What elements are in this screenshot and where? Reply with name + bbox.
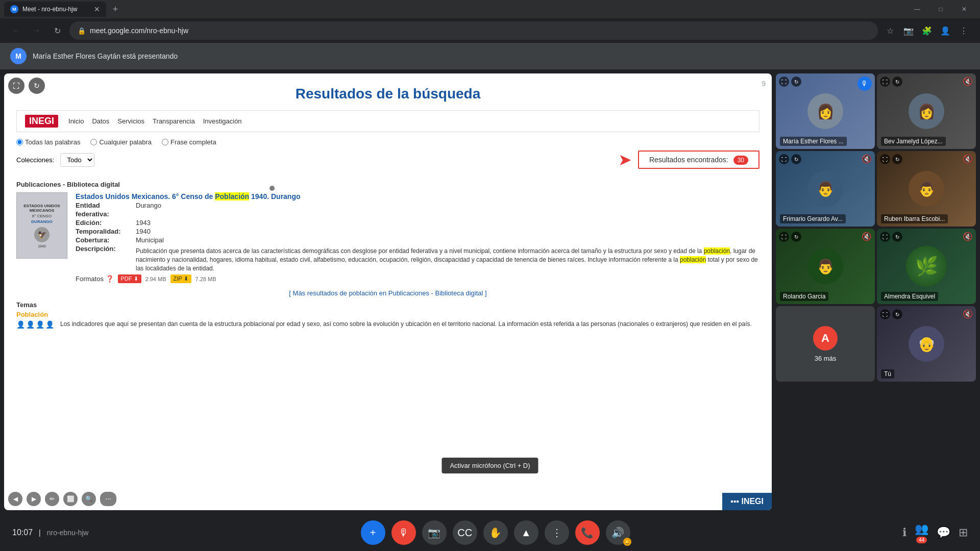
poblacion-link[interactable]: Población xyxy=(16,311,760,318)
participants-button[interactable]: 👥 44 xyxy=(915,522,928,543)
camera-access-icon: 📷 xyxy=(900,22,917,39)
meet-app: M María Esther Flores Gaytán está presen… xyxy=(0,43,980,551)
frimario-refresh-icon[interactable]: ↻ xyxy=(791,154,801,164)
self-expand-icon[interactable]: ⛶ xyxy=(880,309,890,319)
pdf-button[interactable]: PDF ⬇ xyxy=(118,274,141,283)
menu-button[interactable]: ⋮ xyxy=(955,22,972,39)
formats-label: Formatos ❓ xyxy=(76,275,114,283)
radio-todas: Todas las palabras xyxy=(16,138,80,146)
expand-icon[interactable] xyxy=(8,78,24,94)
nav-actions: ☆ 📷 🧩 👤 ⋮ xyxy=(882,22,972,39)
person-icon-4: 👤 xyxy=(45,320,54,329)
participants-badge: 44 xyxy=(916,537,927,543)
bottom-left: 10:07 | nro-ebnu-hjw xyxy=(12,528,88,537)
extensions-button[interactable]: 🧩 xyxy=(919,22,935,39)
camera-button[interactable]: 📷 xyxy=(422,520,447,545)
maximize-button[interactable]: □ xyxy=(929,0,952,18)
info-button[interactable]: ℹ xyxy=(902,526,906,539)
zoom-button[interactable]: 🔍 xyxy=(82,492,96,506)
book-title-link[interactable]: Estados Unidos Mexicanos. 6° Censo de Po… xyxy=(76,192,760,201)
almendra-refresh-icon[interactable]: ↻ xyxy=(892,232,902,242)
reload-button[interactable]: ↻ xyxy=(49,22,65,39)
nav-investigacion: Investigación xyxy=(203,117,242,125)
book-info: Estados Unidos Mexicanos. 6° Censo de Po… xyxy=(76,192,760,283)
slide-prev-button[interactable]: ◀ xyxy=(8,492,22,506)
refresh-icon[interactable]: ↻ xyxy=(29,78,45,94)
separator: | xyxy=(39,529,41,537)
self-muted-icon: 🔇 xyxy=(963,309,973,319)
self-refresh-icon[interactable]: ↻ xyxy=(892,309,902,319)
new-tab-button[interactable]: + xyxy=(108,2,122,16)
people-icons: 👤 👤 👤 👤 xyxy=(16,320,54,329)
active-tab[interactable]: M Meet - nro-ebnu-hjw ✕ xyxy=(4,2,106,17)
tab-title: Meet - nro-ebnu-hjw xyxy=(22,6,77,13)
slide-next-button[interactable]: ▶ xyxy=(27,492,41,506)
time-display: 10:07 xyxy=(12,528,33,537)
esther-tile: ⛶ ↻ 👩 🎙 María Esther Flores ... xyxy=(776,73,875,149)
bev-tile: ⛶ ↻ 👩 🔇 Bev Jamelyd López... xyxy=(877,73,976,149)
captions-button[interactable]: CC xyxy=(453,520,477,545)
nav-transparencia: Transparencia xyxy=(153,117,195,125)
almendra-avatar: 🌿 xyxy=(906,246,947,287)
annotation-button[interactable]: ✏ xyxy=(45,492,59,506)
inegi-footer-logo: ▪▪▪ INEGI xyxy=(730,497,764,506)
chat-button[interactable]: 💬 xyxy=(937,526,950,539)
frimario-tile: ⛶ ↻ 👨 🔇 Frimario Gerardo Av... xyxy=(776,151,875,227)
book-cover: ESTADOS UNIDOS MEXICANOS 6° CENSO DURANG… xyxy=(16,192,67,259)
cobertura-value: Municipal xyxy=(136,236,164,244)
bev-expand-icon[interactable]: ⛶ xyxy=(880,77,890,87)
tile-row-1: ⛶ ↻ 👩 🎙 María Esther Flores ... ⛶ ↻ xyxy=(776,73,976,149)
tab-close-button[interactable]: ✕ xyxy=(94,5,100,13)
results-label: Resultados encontrados: xyxy=(649,156,728,164)
radio-cualquier-label: Cualquier palabra xyxy=(99,138,152,146)
audio-settings-button[interactable]: 🔊 🔔 xyxy=(606,520,630,545)
main-presentation: ↻ 9 Resultados de la búsqueda INEGI Inic… xyxy=(4,73,772,510)
rolando-name: Rolando Garcia xyxy=(780,292,828,301)
frimario-controls-left: ⛶ ↻ xyxy=(779,154,801,164)
raise-hand-button[interactable]: ✋ xyxy=(483,520,508,545)
mic-button[interactable]: 🎙 xyxy=(391,520,416,545)
ruben-refresh-icon[interactable]: ↻ xyxy=(892,154,902,164)
bookmark-button[interactable]: ☆ xyxy=(882,22,898,39)
zip-size: 7.28 MB xyxy=(195,276,216,282)
window-controls: — □ ✕ xyxy=(905,0,976,18)
activities-button[interactable]: ⊞ xyxy=(959,526,968,539)
slide-more-options[interactable]: ⋯ xyxy=(100,492,116,506)
person-icon-3: 👤 xyxy=(36,320,44,329)
bev-refresh-icon[interactable]: ↻ xyxy=(892,77,902,87)
esther-refresh-icon[interactable]: ↻ xyxy=(791,77,801,87)
rolando-refresh-icon[interactable]: ↻ xyxy=(791,232,801,242)
frimario-expand-icon[interactable]: ⛶ xyxy=(779,154,789,164)
esther-expand-icon[interactable]: ⛶ xyxy=(779,77,789,87)
zip-button[interactable]: ZIP ⬇ xyxy=(170,274,191,283)
almendra-tile: ⛶ ↻ 🌿 🔇 Almendra Esquivel xyxy=(877,229,976,304)
themes-title: Temas xyxy=(16,301,760,309)
slide-number: 9 xyxy=(762,80,766,88)
nav-bar: ← → ↻ 🔒 meet.google.com/nro-ebnu-hjw ☆ 📷… xyxy=(0,18,980,43)
poblacion-description: Los indicadores que aquí se presentan da… xyxy=(60,320,752,329)
more-results-link[interactable]: [ Más resultados de población en Publica… xyxy=(16,289,760,297)
add-button[interactable]: + xyxy=(361,520,385,545)
colecciones-row: Colecciones: Todo xyxy=(16,153,94,167)
back-button[interactable]: ← xyxy=(8,22,24,39)
present-button[interactable]: ▲ xyxy=(514,520,538,545)
close-button[interactable]: ✕ xyxy=(952,0,976,18)
rolando-expand-icon[interactable]: ⛶ xyxy=(779,232,789,242)
tab-bar: M Meet - nro-ebnu-hjw ✕ + — □ ✕ xyxy=(0,0,980,18)
end-call-button[interactable]: 📞 xyxy=(575,520,600,545)
colecciones-select[interactable]: Todo xyxy=(60,153,94,167)
profile-button[interactable]: 👤 xyxy=(937,22,953,39)
descripcion-label: Descripción: xyxy=(76,245,132,253)
forward-button[interactable]: → xyxy=(29,22,45,39)
radio-todas-label: Todas las palabras xyxy=(25,138,80,146)
content-area: ↻ 9 Resultados de la búsqueda INEGI Inic… xyxy=(0,69,980,514)
almendra-expand-icon[interactable]: ⛶ xyxy=(880,232,890,242)
laser-pointer-button[interactable]: ⬜ xyxy=(63,492,78,506)
results-box: Resultados encontrados: 30 xyxy=(638,151,760,169)
edicion-value: 1943 xyxy=(136,219,151,227)
address-bar[interactable]: 🔒 meet.google.com/nro-ebnu-hjw xyxy=(69,21,878,40)
person-icon-2: 👤 xyxy=(26,320,35,329)
ruben-expand-icon[interactable]: ⛶ xyxy=(880,154,890,164)
minimize-button[interactable]: — xyxy=(905,0,929,18)
more-options-button[interactable]: ⋮ xyxy=(545,520,569,545)
